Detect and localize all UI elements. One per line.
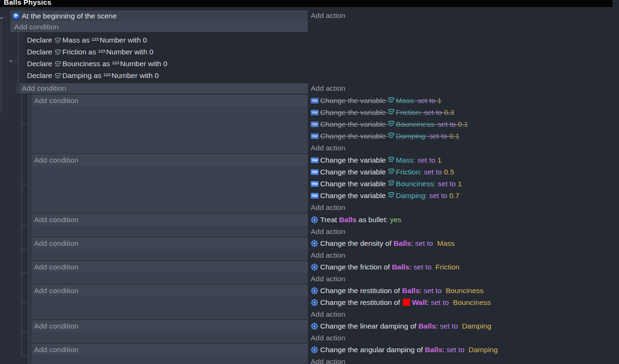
event-drag-handle[interactable] bbox=[16, 83, 20, 94]
text-segment: Change the variable bbox=[320, 120, 388, 128]
text-segment: Balls bbox=[393, 239, 411, 248]
add-condition-button[interactable]: Add condition bbox=[34, 95, 78, 106]
add-condition-button[interactable]: Add condition bbox=[14, 21, 59, 32]
event-conditions[interactable]: Add condition bbox=[16, 83, 308, 94]
text-segment: Friction: bbox=[396, 108, 422, 116]
add-action-button[interactable]: Add action bbox=[311, 225, 345, 237]
add-condition-button[interactable]: Add condition bbox=[34, 154, 78, 166]
text-segment: set to bbox=[440, 322, 460, 330]
tree-guide-line bbox=[21, 249, 27, 250]
text-segment: with bbox=[138, 71, 155, 80]
text-segment: 1 bbox=[437, 96, 442, 104]
sheet-tab[interactable]: Balls Physics bbox=[0, 0, 612, 7]
variable-badge-icon: Var bbox=[311, 133, 319, 139]
text-segment: Bounciness: bbox=[396, 180, 436, 188]
text-segment: Change the variable bbox=[320, 168, 388, 176]
add-action-button[interactable]: Add action bbox=[311, 82, 345, 94]
sub-event-conditions[interactable]: Add condition bbox=[27, 154, 308, 213]
add-condition-button[interactable]: Add condition bbox=[34, 261, 78, 273]
add-action-button[interactable]: Add action bbox=[311, 308, 345, 320]
action-row[interactable]: Change the angular damping of Balls: set… bbox=[311, 344, 498, 355]
text-segment: Change the variable bbox=[320, 180, 388, 188]
action-text: Change the variable Damping: set to 0.7 bbox=[320, 191, 459, 200]
add-action-button[interactable]: Add action bbox=[311, 201, 345, 213]
event-drag-handle[interactable] bbox=[27, 344, 32, 364]
add-condition-button[interactable]: Add condition bbox=[34, 237, 78, 249]
add-condition-button[interactable]: Add condition bbox=[34, 285, 78, 296]
event-drag-handle[interactable] bbox=[27, 214, 32, 237]
number-type-icon: ¹²³ bbox=[98, 48, 105, 56]
event-drag-handle[interactable] bbox=[27, 320, 32, 343]
action-row[interactable]: Treat Balls as bullet: yes bbox=[311, 214, 401, 225]
event-drag-handle[interactable] bbox=[27, 285, 32, 320]
sub-event-conditions[interactable]: Add condition bbox=[27, 320, 308, 343]
action-row[interactable]: VarChange the variable Mass: set to 1 bbox=[311, 95, 442, 106]
action-row[interactable]: VarChange the variable Friction: set to … bbox=[311, 106, 454, 118]
add-condition-button[interactable]: Add condition bbox=[34, 320, 78, 332]
variable-type-icon bbox=[55, 73, 61, 79]
add-action-button[interactable]: Add action bbox=[311, 332, 345, 344]
text-segment: 0 bbox=[155, 71, 159, 80]
declare-local-variable-row[interactable]: Declare Damping as ¹²³Number with 0 bbox=[27, 69, 159, 81]
action-row[interactable]: Change the restitution of Balls: set to … bbox=[311, 285, 484, 296]
add-action-button[interactable]: Add action bbox=[311, 10, 345, 21]
text-segment: Change the linear damping of bbox=[320, 322, 418, 330]
sub-event-conditions[interactable]: Add condition bbox=[27, 237, 308, 260]
event-drag-handle[interactable] bbox=[27, 95, 32, 154]
add-condition-button[interactable]: Add condition bbox=[22, 83, 66, 94]
action-row[interactable]: Change the density of Balls: set to Mass bbox=[311, 237, 454, 249]
action-row[interactable]: Change the friction of Balls: set to Fri… bbox=[311, 261, 460, 273]
add-action-button[interactable]: Add action bbox=[311, 355, 345, 364]
condition-row[interactable]: At the beginning of the scene bbox=[12, 10, 117, 21]
variable-type-icon bbox=[55, 37, 61, 43]
text-segment: Number bbox=[100, 36, 126, 44]
add-action-button[interactable]: Add action bbox=[311, 142, 345, 154]
declare-local-variable-row[interactable]: Declare Bounciness as ¹²³Number with 0 bbox=[27, 58, 167, 69]
event-drag-handle[interactable] bbox=[27, 237, 32, 260]
text-segment: set to bbox=[415, 156, 437, 164]
action-row[interactable]: VarChange the variable Mass: set to 1 bbox=[311, 154, 442, 166]
action-row[interactable]: VarChange the variable Friction: set to … bbox=[311, 166, 454, 178]
text-segment: set to bbox=[415, 239, 435, 248]
number-type-icon: ¹²³ bbox=[104, 71, 111, 79]
sub-event-conditions[interactable]: Add condition bbox=[27, 285, 308, 320]
sub-event-conditions[interactable]: Add condition bbox=[27, 344, 308, 364]
add-action-button[interactable]: Add action bbox=[311, 249, 345, 261]
event-drag-handle[interactable] bbox=[27, 154, 32, 213]
action-row[interactable]: VarChange the variable Bounciness: set t… bbox=[311, 178, 462, 190]
text-segment: as bbox=[100, 60, 112, 68]
sub-event-conditions[interactable]: Add condition bbox=[27, 95, 308, 154]
text-segment: : bbox=[427, 298, 431, 307]
action-row[interactable]: Change the restitution of Wall: set to B… bbox=[311, 296, 491, 308]
text-segment: : bbox=[411, 239, 415, 248]
text-segment: Mass: bbox=[396, 96, 415, 104]
action-row[interactable]: Change the linear damping of Balls: set … bbox=[311, 320, 491, 332]
text-segment: 0 bbox=[163, 60, 167, 68]
add-condition-button[interactable]: Add condition bbox=[34, 214, 78, 225]
variable-type-icon bbox=[388, 132, 394, 139]
action-text: Change the variable Mass: set to 1 bbox=[320, 156, 442, 165]
physics-engine-icon bbox=[311, 240, 318, 247]
action-row[interactable]: VarChange the variable Damping: set to 0… bbox=[311, 130, 459, 142]
top-event-conditions[interactable]: At the beginning of the scene Add condit… bbox=[10, 10, 308, 32]
text-segment: Friction bbox=[62, 48, 87, 56]
variable-badge-icon: Var bbox=[311, 121, 319, 127]
text-segment: Mass bbox=[435, 239, 454, 248]
declare-local-variable-row[interactable]: Declare Mass as ¹²³Number with 0 bbox=[27, 34, 147, 46]
add-condition-button[interactable]: Add condition bbox=[34, 344, 78, 355]
text-segment: : bbox=[436, 322, 440, 330]
chevron-collapse-icon[interactable]: ⌄ bbox=[8, 57, 14, 62]
sub-event-conditions[interactable]: Add condition bbox=[27, 261, 308, 284]
page-title: Balls Physics bbox=[4, 0, 52, 6]
event-drag-handle[interactable] bbox=[27, 261, 32, 284]
declare-local-variable-row[interactable]: Declare Friction as ¹²³Number with 0 bbox=[27, 46, 153, 58]
text-segment: as bbox=[80, 36, 92, 44]
text-segment: 0.3 bbox=[444, 108, 454, 116]
action-row[interactable]: VarChange the variable Damping: set to 0… bbox=[311, 190, 459, 201]
action-row[interactable]: VarChange the variable Bounciness: set t… bbox=[311, 118, 468, 130]
sub-event-conditions[interactable]: Add condition bbox=[27, 214, 308, 237]
add-action-button[interactable]: Add action bbox=[311, 273, 345, 285]
chevron-collapse-icon[interactable]: ⌄ bbox=[0, 14, 4, 19]
text-segment: Number bbox=[120, 60, 146, 68]
text-segment: Balls bbox=[418, 322, 436, 330]
